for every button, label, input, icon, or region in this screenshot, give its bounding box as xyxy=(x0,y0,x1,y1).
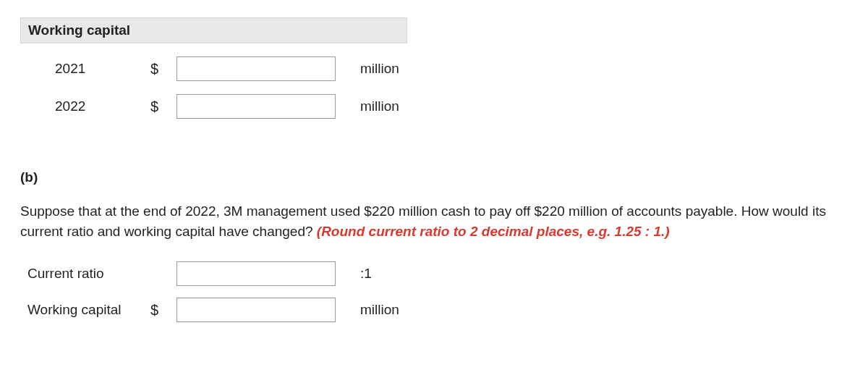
current-ratio-label: Current ratio xyxy=(20,266,150,282)
row-working-capital-b: Working capital $ million xyxy=(20,298,848,322)
working-capital-2021-input[interactable] xyxy=(176,56,336,81)
section-header-working-capital: Working capital xyxy=(20,17,407,43)
ratio-suffix: :1 xyxy=(336,266,372,282)
unit-label: million xyxy=(336,61,399,77)
currency-symbol: $ xyxy=(150,61,176,77)
year-label: 2021 xyxy=(20,61,150,77)
question-paragraph: Suppose that at the end of 2022, 3M mana… xyxy=(20,201,848,241)
working-capital-label: Working capital xyxy=(20,302,150,318)
unit-label: million xyxy=(336,98,399,114)
year-label: 2022 xyxy=(20,98,150,114)
row-current-ratio: Current ratio :1 xyxy=(20,261,848,286)
part-b-label: (b) xyxy=(20,169,848,185)
current-ratio-input[interactable] xyxy=(176,261,336,286)
row-2021: 2021 $ million xyxy=(20,56,848,81)
row-2022: 2022 $ million xyxy=(20,94,848,119)
currency-symbol: $ xyxy=(150,98,176,115)
rounding-hint: (Round current ratio to 2 decimal places… xyxy=(317,224,670,239)
unit-label: million xyxy=(336,302,399,318)
working-capital-b-input[interactable] xyxy=(176,298,336,322)
currency-symbol: $ xyxy=(150,302,176,319)
working-capital-2022-input[interactable] xyxy=(176,94,336,119)
